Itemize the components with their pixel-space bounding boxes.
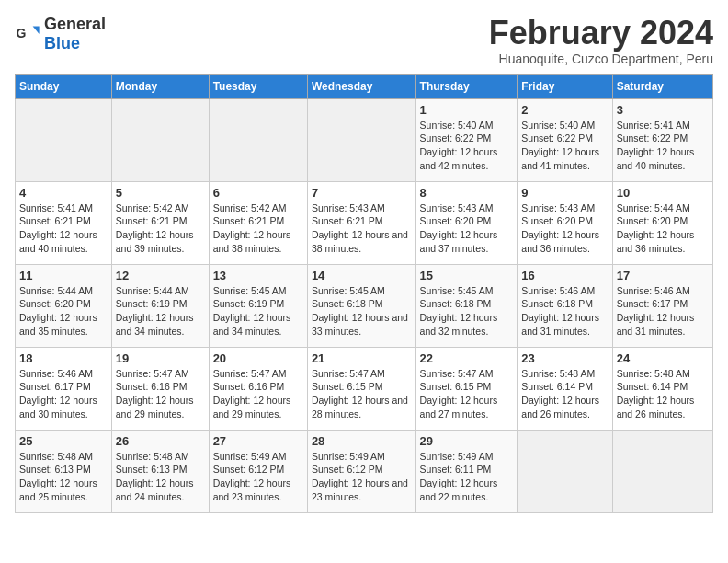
weekday-header-friday: Friday bbox=[518, 74, 612, 98]
day-info: Sunrise: 5:43 AM Sunset: 6:20 PM Dayligh… bbox=[420, 201, 514, 256]
calendar-cell: 15Sunrise: 5:45 AM Sunset: 6:18 PM Dayli… bbox=[415, 264, 518, 347]
day-number: 25 bbox=[19, 434, 108, 448]
calendar-cell: 24Sunrise: 5:48 AM Sunset: 6:14 PM Dayli… bbox=[612, 347, 712, 430]
day-number: 17 bbox=[617, 269, 709, 282]
day-info: Sunrise: 5:49 AM Sunset: 6:12 PM Dayligh… bbox=[312, 450, 412, 504]
day-info: Sunrise: 5:47 AM Sunset: 6:16 PM Dayligh… bbox=[213, 367, 303, 421]
calendar-cell: 19Sunrise: 5:47 AM Sunset: 6:16 PM Dayli… bbox=[111, 347, 209, 430]
calendar-cell: 21Sunrise: 5:47 AM Sunset: 6:15 PM Dayli… bbox=[307, 347, 415, 430]
calendar-cell: 28Sunrise: 5:49 AM Sunset: 6:12 PM Dayli… bbox=[307, 430, 415, 512]
logo-general: General bbox=[44, 15, 106, 33]
day-number: 4 bbox=[19, 186, 108, 200]
calendar-table: SundayMondayTuesdayWednesdayThursdayFrid… bbox=[15, 74, 713, 513]
weekday-header-sunday: Sunday bbox=[16, 74, 112, 98]
weekday-header-tuesday: Tuesday bbox=[209, 74, 307, 98]
day-number: 24 bbox=[617, 351, 709, 365]
weekday-header-thursday: Thursday bbox=[415, 74, 518, 98]
day-info: Sunrise: 5:42 AM Sunset: 6:21 PM Dayligh… bbox=[213, 201, 303, 256]
day-info: Sunrise: 5:42 AM Sunset: 6:21 PM Dayligh… bbox=[116, 201, 205, 256]
calendar-cell: 23Sunrise: 5:48 AM Sunset: 6:14 PM Dayli… bbox=[518, 347, 612, 430]
logo-blue: Blue bbox=[44, 34, 80, 52]
day-number: 8 bbox=[420, 186, 514, 200]
day-number: 21 bbox=[312, 351, 412, 365]
calendar-cell: 26Sunrise: 5:48 AM Sunset: 6:13 PM Dayli… bbox=[111, 430, 209, 512]
weekday-header-wednesday: Wednesday bbox=[307, 74, 415, 98]
day-info: Sunrise: 5:40 AM Sunset: 6:22 PM Dayligh… bbox=[521, 119, 608, 173]
day-number: 7 bbox=[312, 186, 412, 200]
day-info: Sunrise: 5:43 AM Sunset: 6:21 PM Dayligh… bbox=[312, 201, 412, 256]
calendar-cell: 9Sunrise: 5:43 AM Sunset: 6:20 PM Daylig… bbox=[518, 181, 612, 264]
calendar-cell bbox=[209, 98, 307, 181]
day-info: Sunrise: 5:44 AM Sunset: 6:20 PM Dayligh… bbox=[617, 201, 709, 256]
day-number: 16 bbox=[521, 269, 608, 282]
calendar-cell: 12Sunrise: 5:44 AM Sunset: 6:19 PM Dayli… bbox=[111, 264, 209, 347]
day-number: 26 bbox=[116, 434, 205, 448]
calendar-cell bbox=[16, 98, 112, 181]
svg-text:G: G bbox=[16, 26, 26, 40]
day-number: 20 bbox=[213, 351, 303, 365]
day-info: Sunrise: 5:41 AM Sunset: 6:22 PM Dayligh… bbox=[617, 119, 709, 173]
calendar-cell bbox=[518, 430, 612, 512]
day-info: Sunrise: 5:45 AM Sunset: 6:19 PM Dayligh… bbox=[213, 284, 303, 339]
calendar-cell: 8Sunrise: 5:43 AM Sunset: 6:20 PM Daylig… bbox=[415, 181, 518, 264]
day-info: Sunrise: 5:45 AM Sunset: 6:18 PM Dayligh… bbox=[312, 284, 412, 339]
day-info: Sunrise: 5:49 AM Sunset: 6:11 PM Dayligh… bbox=[420, 450, 514, 504]
calendar-cell bbox=[612, 430, 712, 512]
header: G General Blue February 2024 Huanoquite,… bbox=[15, 15, 713, 66]
day-info: Sunrise: 5:47 AM Sunset: 6:16 PM Dayligh… bbox=[116, 367, 205, 421]
day-number: 10 bbox=[617, 186, 709, 200]
day-number: 9 bbox=[521, 186, 608, 200]
calendar-cell: 27Sunrise: 5:49 AM Sunset: 6:12 PM Dayli… bbox=[209, 430, 307, 512]
calendar-cell: 22Sunrise: 5:47 AM Sunset: 6:15 PM Dayli… bbox=[415, 347, 518, 430]
day-info: Sunrise: 5:48 AM Sunset: 6:14 PM Dayligh… bbox=[617, 367, 709, 421]
calendar-cell: 3Sunrise: 5:41 AM Sunset: 6:22 PM Daylig… bbox=[612, 98, 712, 181]
main-title: February 2024 bbox=[489, 15, 713, 52]
calendar-cell bbox=[111, 98, 209, 181]
day-info: Sunrise: 5:40 AM Sunset: 6:22 PM Dayligh… bbox=[420, 119, 514, 173]
calendar-cell: 5Sunrise: 5:42 AM Sunset: 6:21 PM Daylig… bbox=[111, 181, 209, 264]
day-info: Sunrise: 5:47 AM Sunset: 6:15 PM Dayligh… bbox=[312, 367, 412, 421]
day-number: 5 bbox=[116, 186, 205, 200]
day-number: 15 bbox=[420, 269, 514, 282]
logo-icon: G bbox=[15, 21, 40, 47]
calendar-cell: 13Sunrise: 5:45 AM Sunset: 6:19 PM Dayli… bbox=[209, 264, 307, 347]
day-number: 18 bbox=[19, 351, 108, 365]
calendar-cell: 18Sunrise: 5:46 AM Sunset: 6:17 PM Dayli… bbox=[16, 347, 112, 430]
day-number: 11 bbox=[19, 269, 108, 282]
weekday-header-monday: Monday bbox=[111, 74, 209, 98]
day-number: 27 bbox=[213, 434, 303, 448]
day-info: Sunrise: 5:48 AM Sunset: 6:13 PM Dayligh… bbox=[19, 450, 108, 504]
weekday-header-saturday: Saturday bbox=[612, 74, 712, 98]
calendar-cell: 14Sunrise: 5:45 AM Sunset: 6:18 PM Dayli… bbox=[307, 264, 415, 347]
day-number: 12 bbox=[116, 269, 205, 282]
calendar-cell: 20Sunrise: 5:47 AM Sunset: 6:16 PM Dayli… bbox=[209, 347, 307, 430]
calendar-cell bbox=[307, 98, 415, 181]
day-number: 13 bbox=[213, 269, 303, 282]
day-number: 6 bbox=[213, 186, 303, 200]
calendar-cell: 10Sunrise: 5:44 AM Sunset: 6:20 PM Dayli… bbox=[612, 181, 712, 264]
calendar-cell: 2Sunrise: 5:40 AM Sunset: 6:22 PM Daylig… bbox=[518, 98, 612, 181]
day-number: 14 bbox=[312, 269, 412, 282]
day-info: Sunrise: 5:46 AM Sunset: 6:18 PM Dayligh… bbox=[521, 284, 608, 339]
day-number: 19 bbox=[116, 351, 205, 365]
day-info: Sunrise: 5:44 AM Sunset: 6:20 PM Dayligh… bbox=[19, 284, 108, 339]
calendar-cell: 25Sunrise: 5:48 AM Sunset: 6:13 PM Dayli… bbox=[16, 430, 112, 512]
day-number: 22 bbox=[420, 351, 514, 365]
logo: G General Blue bbox=[15, 15, 106, 53]
calendar-cell: 29Sunrise: 5:49 AM Sunset: 6:11 PM Dayli… bbox=[415, 430, 518, 512]
calendar-cell: 11Sunrise: 5:44 AM Sunset: 6:20 PM Dayli… bbox=[16, 264, 112, 347]
day-number: 3 bbox=[617, 103, 709, 117]
day-info: Sunrise: 5:44 AM Sunset: 6:19 PM Dayligh… bbox=[116, 284, 205, 339]
calendar-cell: 16Sunrise: 5:46 AM Sunset: 6:18 PM Dayli… bbox=[518, 264, 612, 347]
day-number: 23 bbox=[521, 351, 608, 365]
day-number: 28 bbox=[312, 434, 412, 448]
title-section: February 2024 Huanoquite, Cuzco Departme… bbox=[489, 15, 713, 66]
calendar-cell: 6Sunrise: 5:42 AM Sunset: 6:21 PM Daylig… bbox=[209, 181, 307, 264]
day-info: Sunrise: 5:48 AM Sunset: 6:13 PM Dayligh… bbox=[116, 450, 205, 504]
day-info: Sunrise: 5:45 AM Sunset: 6:18 PM Dayligh… bbox=[420, 284, 514, 339]
day-number: 2 bbox=[521, 103, 608, 117]
day-info: Sunrise: 5:47 AM Sunset: 6:15 PM Dayligh… bbox=[420, 367, 514, 421]
day-info: Sunrise: 5:48 AM Sunset: 6:14 PM Dayligh… bbox=[521, 367, 608, 421]
day-number: 29 bbox=[420, 434, 514, 448]
day-info: Sunrise: 5:46 AM Sunset: 6:17 PM Dayligh… bbox=[19, 367, 108, 421]
